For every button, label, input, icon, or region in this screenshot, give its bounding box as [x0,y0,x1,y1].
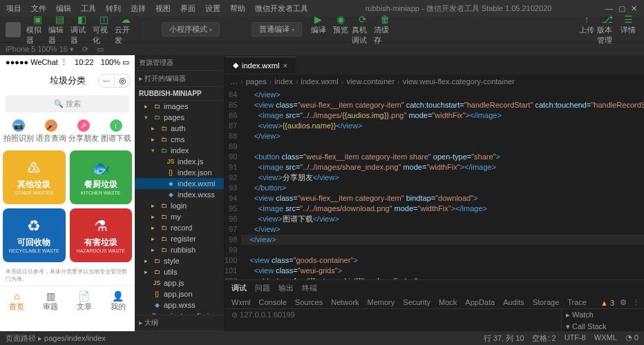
devtab-输出[interactable]: 输出 [278,283,294,293]
toolbar-版本管理[interactable]: ⎇版本管理 [597,14,618,46]
crumb[interactable]: index.wxml [301,77,338,86]
tree-app.js[interactable]: JSapp.js [135,277,224,288]
crumb[interactable]: pages [246,77,267,86]
search-input[interactable]: 🔍 搜索 [6,95,129,112]
status-item[interactable]: UTF-8 [565,333,586,344]
devsub-Wxml[interactable]: Wxml [231,298,251,306]
menu-item[interactable]: 微信开发者工具 [252,2,312,15]
toolbar-模拟器[interactable]: ▣模拟器 [26,14,48,46]
tree-my[interactable]: ▸🗀my [135,211,224,222]
devsub-Network[interactable]: Network [331,298,359,306]
tree-images[interactable]: ▸🗀images [135,101,224,112]
card-OTHER WASTER[interactable]: ♳其他垃圾OTHER WASTER [3,150,66,204]
close-icon[interactable]: ✕ [631,4,637,13]
devsub-Mock[interactable]: Mock [439,298,457,306]
tree-record[interactable]: ▸🗀record [135,222,224,233]
outline-section[interactable]: ▸ 大纲 [135,315,224,331]
crumb[interactable]: view.weui-flex.category-container [403,77,515,86]
tree-auth[interactable]: ▸🗀auth [135,123,224,134]
compile-select[interactable]: 普通编译 ▾ [252,22,302,37]
devsub-Storage[interactable]: Storage [533,298,560,306]
toolbar-上传[interactable]: ↑上传 [576,14,597,46]
devtab-问题[interactable]: 问题 [255,283,270,293]
toolbar-编辑器[interactable]: ▤编辑器 [48,14,70,46]
watch-section[interactable]: ▾ Call Stack [562,321,644,333]
action-拍照识别[interactable]: 📷拍照识别 [3,119,35,144]
toolbar-可视化[interactable]: ◫可视化 [93,14,115,46]
devsub-AppData[interactable]: AppData [465,298,495,306]
devsub-Trace[interactable]: Trace [567,298,587,306]
avatar[interactable] [6,22,21,37]
tree-index[interactable]: ▾🗀index [135,145,224,156]
tree-index.json[interactable]: {}index.json [135,167,224,178]
capsule[interactable]: ···◎ [98,74,131,88]
tree-app.wxss[interactable]: ◆app.wxss [135,299,224,310]
minimize-icon[interactable]: — [605,4,613,13]
action-分享朋友[interactable]: ↗分享朋友 [68,119,100,144]
devsub-Audits[interactable]: Audits [503,298,524,306]
crumb[interactable]: index [274,77,292,86]
more-icon[interactable]: ⋮ [632,298,640,307]
card-KITCHEN WASTE[interactable]: 🐟餐厨垃圾KITCHEN WASTE [70,150,133,204]
card-HAZARDOUS WASTE[interactable]: ⚗有害垃圾HAZARDOUS WASTE [70,208,133,262]
device-select[interactable]: iPhone 5 100% 16 ▾ [6,45,74,54]
crumb[interactable]: … [230,77,238,86]
mode-select[interactable]: 小程序模式 ▾ [162,22,220,37]
maximize-icon[interactable]: ▢ [618,4,625,13]
tab-我的[interactable]: 👤我的 [101,286,135,316]
tab-首页[interactable]: ⌂首页 [0,286,34,316]
tree-index.js[interactable]: JSindex.js [135,156,224,167]
toolbar-清缓存[interactable]: 🗑清缓存 [374,14,396,46]
toolbar-编译[interactable]: ▶编译 [307,14,330,46]
status-item[interactable]: WXML [594,333,617,344]
tab-文章[interactable]: 📄文章 [68,286,102,316]
devsub-Memory[interactable]: Memory [368,298,395,306]
status-left[interactable]: 页面路径 ▸ pages/index/index [6,333,106,344]
tree-utils[interactable]: ▸🗀utils [135,266,224,277]
tree-index.wxml[interactable]: ◆index.wxml [135,178,224,189]
action-图谱下载[interactable]: ↓图谱下载 [100,119,132,144]
gear-icon[interactable]: ⚙ [620,298,627,307]
toolbar-真机调试[interactable]: ⟳真机调试 [352,14,374,46]
tree-style[interactable]: ▸🗀style [135,255,224,266]
close-icon[interactable]: × [283,61,287,70]
status-item[interactable]: 空格: 2 [532,333,556,344]
menu-item[interactable]: 界面 [177,2,199,15]
tree-app.json[interactable]: {}app.json [135,288,224,299]
code-area[interactable]: 8485868788899091929394959697989910010110… [225,88,644,279]
tree-cms[interactable]: ▸🗀cms [135,134,224,145]
statusbar: 页面路径 ▸ pages/index/index 行 37, 列 10空格: 2… [0,331,644,345]
menu-item[interactable]: 帮助 [227,2,249,15]
menu-item[interactable]: 设置 [202,2,224,15]
devtab-调试[interactable]: 调试 [231,283,247,293]
breadcrumb[interactable]: …›pages›index›index.wxml›view.container›… [225,75,644,88]
action-语音查询[interactable]: 🎤语音查询 [35,119,68,144]
menu-item[interactable]: 视图 [152,2,174,15]
crumb[interactable]: view.container [346,77,395,86]
status-item[interactable]: 行 37, 列 10 [484,333,524,344]
warning-count[interactable]: ▲ 3 [600,299,614,307]
status-item[interactable]: ◔ 0 [625,333,638,344]
watch-section[interactable]: ▸ Watch [562,309,644,321]
devsub-Security[interactable]: Security [403,298,430,306]
editor-tab[interactable]: ◆ index.wxml × [225,57,296,73]
toolbar-详情[interactable]: ☰详情 [618,14,638,46]
devtab-终端[interactable]: 终端 [302,283,317,293]
project-root[interactable]: RUBBISH-MINIAPP [135,87,224,101]
devsub-Console[interactable]: Console [259,298,287,306]
tree-register[interactable]: ▸🗀register [135,233,224,244]
toolbar-预览[interactable]: ◉预览 [330,14,352,46]
menu-item[interactable]: 项目 [3,2,25,15]
card-RECYCLABLE WASTE[interactable]: ♻可回收物RECYCLABLE WASTE [3,208,66,262]
devsub-Sources[interactable]: Sources [295,298,323,306]
toolbar-云开发[interactable]: ☁云开发 [115,14,137,46]
tab-审题[interactable]: ▥审题 [34,286,68,316]
device-icon[interactable]: ▭ [97,45,104,54]
toolbar-调试器[interactable]: ◧调试器 [70,14,93,46]
open-editors-section[interactable]: ▸ 打开的编辑器 [135,71,224,87]
tree-login[interactable]: ▸🗀login [135,200,224,211]
tree-pages[interactable]: ▾🗀pages [135,112,224,123]
tree-index.wxss[interactable]: ◆index.wxss [135,189,224,200]
tree-rubbish[interactable]: ▸🗀rubbish [135,244,224,255]
rotate-icon[interactable]: ⟳ [82,45,88,54]
